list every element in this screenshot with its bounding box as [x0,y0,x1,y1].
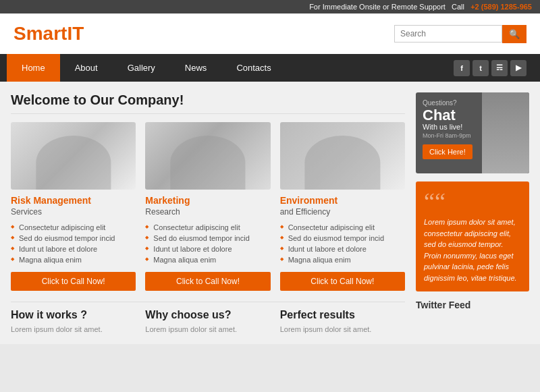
youtube-icon[interactable]: ▶ [510,60,526,76]
twitter-feed-title: Twitter Feed [416,300,529,310]
three-columns: Risk Management Services Consectetur adi… [11,122,405,291]
col-list-3: Consectetur adipiscing elit Sed do eiusm… [280,222,405,265]
col-subtitle-2: Research [145,207,270,217]
call-button-2[interactable]: Click to Call Now! [145,272,270,291]
bottom-title-3: Perfect results [280,309,405,321]
search-input[interactable] [394,25,502,43]
col-list-2: Consectetur adipiscing elit Sed do eiusm… [145,222,270,265]
sidebar: Questions? Chat With us live! Mon-Fri 8a… [416,92,529,333]
list-item: Sed do eiusmod tempor incid [11,233,136,244]
logo-highlight: IT [67,23,84,44]
col-title-3: Environment [280,195,405,206]
call-label: Call [452,3,464,11]
list-item: Magna aliqua enim [11,254,136,265]
nav-gallery[interactable]: Gallery [113,54,170,82]
search-button[interactable]: 🔍 [502,25,526,43]
rss-icon[interactable]: ☴ [491,60,508,76]
nav-about[interactable]: About [60,54,113,82]
content-area: Welcome to Our Company! Risk Management … [0,82,540,344]
welcome-title: Welcome to Our Company! [11,92,405,114]
quote-box: ““ Lorem ipsum dolor sit amet, consectet… [416,181,529,291]
col-list-1: Consectetur adipiscing elit Sed do eiusm… [11,222,136,265]
column-risk-management: Risk Management Services Consectetur adi… [11,122,136,291]
bottom-col-1: How it works ? Lorem ipsum dolor sit ame… [11,309,136,333]
list-item: Consectetur adipiscing elit [145,222,270,233]
bottom-col-2: Why choose us? Lorem ipsum dolor sit ame… [145,309,270,333]
bottom-text-3: Lorem ipsum dolor sit amet. [280,325,405,333]
col-subtitle-1: Services [11,207,136,217]
nav-links: Home About Gallery News Contacts [7,54,286,82]
quote-mark: ““ [424,190,521,214]
nav-contacts[interactable]: Contacts [221,54,286,82]
col-subtitle-3: and Efficiency [280,207,405,217]
col-image-1 [11,122,136,190]
main-wrapper: Welcome to Our Company! Risk Management … [0,82,540,344]
social-icons: f t ☴ ▶ [454,60,533,76]
chat-box: Questions? Chat With us live! Mon-Fri 8a… [416,92,529,173]
list-item: Idunt ut labore et dolore [11,244,136,254]
call-button-3[interactable]: Click to Call Now! [280,272,405,291]
chat-with: With us live! [423,123,522,131]
nav-news[interactable]: News [170,54,222,82]
chat-hours: Mon-Fri 8am-9pm [423,132,522,139]
bottom-title-2: Why choose us? [145,309,270,321]
column-environment: Environment and Efficiency Consectetur a… [280,122,405,291]
bottom-text-1: Lorem ipsum dolor sit amet. [11,325,136,333]
content-left: Welcome to Our Company! Risk Management … [11,92,405,333]
main-nav: Home About Gallery News Contacts f t ☴ ▶ [0,54,540,82]
bottom-text-2: Lorem ipsum dolor sit amet. [145,325,270,333]
facebook-icon[interactable]: f [454,60,470,76]
support-text: For Immediate Onsite or Remote Support [309,3,446,11]
list-item: Idunt ut labore et dolore [145,244,270,254]
list-item: Consectetur adipiscing elit [11,222,136,233]
chat-questions: Questions? [423,99,522,107]
call-button-1[interactable]: Click to Call Now! [11,272,136,291]
chat-heading: Chat [423,108,522,123]
top-bar: For Immediate Onsite or Remote Support C… [0,0,540,13]
search-box: 🔍 [394,25,526,43]
list-item: Sed do eiusmod tempor incid [145,233,270,244]
list-item: Sed do eiusmod tempor incid [280,233,405,244]
twitter-icon[interactable]: t [473,60,489,76]
phone-number: +2 (589) 1285-965 [470,3,532,11]
list-item: Magna aliqua enim [145,254,270,265]
logo: SmartIT [14,23,84,45]
col-title-1: Risk Management [11,195,136,206]
list-item: Consectetur adipiscing elit [280,222,405,233]
bottom-section: How it works ? Lorem ipsum dolor sit ame… [11,302,405,333]
header: SmartIT 🔍 [0,13,540,54]
logo-text: Smart [14,23,67,44]
chat-button[interactable]: Click Here! [423,144,473,159]
column-marketing: Marketing Research Consectetur adipiscin… [145,122,270,291]
col-image-2 [145,122,270,190]
bottom-title-1: How it works ? [11,309,136,321]
bottom-col-3: Perfect results Lorem ipsum dolor sit am… [280,309,405,333]
list-item: Idunt ut labore et dolore [280,244,405,254]
quote-text: Lorem ipsum dolor sit amet, consectetur … [424,217,521,283]
nav-home[interactable]: Home [7,54,60,82]
col-title-2: Marketing [145,195,270,206]
col-image-3 [280,122,405,190]
chat-text: Questions? Chat With us live! Mon-Fri 8a… [423,99,522,159]
list-item: Magna aliqua enim [280,254,405,265]
